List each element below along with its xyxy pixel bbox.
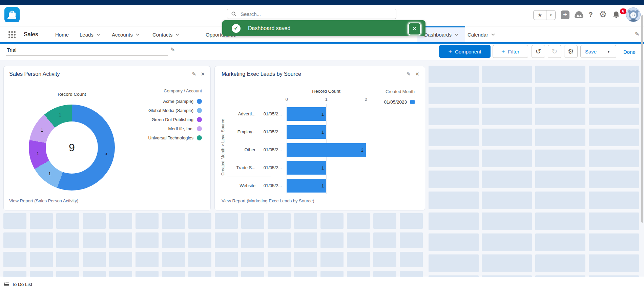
- grid-placeholder-cell: [188, 271, 211, 277]
- grid-placeholder-cell: [136, 252, 159, 267]
- category-source-label: Adverti...: [215, 111, 255, 116]
- legend-item[interactable]: MedLife, Inc.: [148, 124, 202, 133]
- search-input[interactable]: [240, 11, 396, 17]
- remove-widget-icon[interactable]: ✕: [415, 71, 419, 77]
- help-icon[interactable]: ?: [588, 10, 593, 19]
- undo-button[interactable]: ↺: [532, 45, 545, 58]
- tab-accounts[interactable]: Accounts: [112, 26, 140, 43]
- grid-placeholder-cell: [589, 254, 639, 272]
- widget-marketing-exec-leads-by-source[interactable]: Marketing Exec Leads by Source ✎ ✕ Recor…: [214, 66, 425, 210]
- grid-placeholder-cell: [482, 254, 532, 272]
- grid-placeholder-cell: [83, 232, 106, 248]
- global-actions-button[interactable]: +: [561, 10, 569, 19]
- donut-chart-title: Record Count: [38, 92, 106, 97]
- add-filter-button[interactable]: + Filter: [493, 45, 528, 58]
- grid-placeholder-cell: [3, 271, 26, 277]
- gridline: [366, 104, 366, 194]
- grid-placeholder-cell: [589, 192, 639, 209]
- grid-placeholder-cell: [30, 271, 53, 277]
- grid-placeholder-cell: [268, 271, 291, 277]
- grid-placeholder-cell: [320, 252, 344, 267]
- grid-placeholder-cell: [429, 129, 479, 146]
- global-top-strip: [0, 0, 644, 5]
- grid-placeholder-cell: [241, 232, 264, 248]
- salesforce-logo[interactable]: [4, 7, 20, 22]
- legend-item[interactable]: Acme (Sample): [148, 97, 202, 106]
- bar[interactable]: 2: [287, 143, 366, 157]
- category-month-label: 01/05/2...: [260, 183, 282, 188]
- grid-placeholder-cell: [429, 254, 479, 272]
- remove-widget-icon[interactable]: ✕: [201, 71, 205, 77]
- toast-close-button[interactable]: ✕: [408, 23, 421, 35]
- chevron-down-icon[interactable]: ▼: [546, 10, 555, 20]
- todo-list-button[interactable]: To Do List: [3, 277, 32, 291]
- chevron-down-icon: [97, 33, 100, 36]
- user-avatar[interactable]: [626, 7, 641, 22]
- grid-placeholder-cell: [241, 252, 264, 267]
- bar[interactable]: 1: [287, 179, 326, 193]
- dashboard-title-input[interactable]: Trial: [7, 47, 17, 53]
- grid-placeholder-cell: [373, 271, 396, 277]
- done-button[interactable]: Done: [623, 44, 636, 60]
- grid-placeholder-cell: [56, 232, 79, 248]
- grid-placeholder-cell: [268, 252, 291, 267]
- nav-edit-pencil-icon[interactable]: ✎: [635, 31, 639, 37]
- plus-icon: +: [563, 11, 567, 18]
- grid-placeholder-cell: [400, 271, 423, 277]
- bar-legend: Created Month 01/05/2023: [384, 89, 415, 107]
- row-separator: [227, 159, 271, 159]
- app-name[interactable]: Sales: [24, 26, 38, 43]
- legend-item[interactable]: Universal Technologies: [148, 133, 202, 142]
- edit-widget-pencil-icon[interactable]: ✎: [406, 71, 411, 77]
- grid-placeholder-cell: [429, 192, 479, 209]
- view-report-link[interactable]: View Report (Sales Person Activity): [9, 198, 78, 203]
- category-month-label: 01/05/2...: [260, 129, 282, 134]
- grid-placeholder-cell: [347, 252, 370, 267]
- bar[interactable]: 1: [287, 107, 326, 121]
- donut-legend: Company / Account Acme (Sample)Global Me…: [148, 88, 202, 142]
- legend-item[interactable]: Global Media (Sample): [148, 106, 202, 115]
- grid-placeholder-cell: [162, 232, 185, 248]
- edit-widget-pencil-icon[interactable]: ✎: [192, 71, 196, 77]
- tab-contacts[interactable]: Contacts: [152, 26, 179, 43]
- setup-gear-icon[interactable]: ⚙: [599, 9, 607, 20]
- legend-item[interactable]: 01/05/2023: [384, 97, 415, 107]
- grid-placeholder-cell: [30, 232, 53, 248]
- bar[interactable]: 1: [287, 125, 326, 139]
- grid-placeholder-cell: [136, 271, 159, 277]
- save-menu-button[interactable]: ▼: [601, 45, 616, 58]
- trailhead-icon[interactable]: [574, 10, 584, 22]
- legend-item[interactable]: Green Dot Publishing: [148, 115, 202, 124]
- grid-placeholder-cell: [294, 232, 317, 248]
- grid-placeholder-cell: [56, 271, 79, 277]
- dashboard-properties-button[interactable]: ⚙: [564, 45, 578, 58]
- tab-label: Accounts: [112, 32, 133, 38]
- widget-sales-person-activity[interactable]: Sales Person Activity ✎ ✕ Record Count C…: [3, 66, 211, 210]
- grid-placeholder-cell: [535, 66, 585, 83]
- briefcase-cloud-icon: [7, 10, 18, 20]
- tab-home[interactable]: Home: [55, 26, 69, 43]
- grid-placeholder-cell: [589, 87, 639, 104]
- tab-label: Dashboards: [424, 32, 452, 38]
- star-icon[interactable]: ★: [534, 10, 546, 20]
- tab-leads[interactable]: Leads: [80, 26, 100, 43]
- save-button[interactable]: Save: [581, 45, 601, 58]
- edit-title-pencil-icon[interactable]: ✎: [170, 46, 175, 53]
- add-component-button[interactable]: + Component: [439, 45, 491, 58]
- grid-placeholder-cell: [535, 254, 585, 272]
- grid-placeholder-cell: [109, 232, 132, 248]
- grid-placeholder-cell: [482, 108, 532, 125]
- bar[interactable]: 1: [287, 161, 326, 175]
- global-search[interactable]: [227, 9, 396, 19]
- view-report-link[interactable]: View Report (Marketing Exec Leads by Sou…: [222, 198, 314, 203]
- vertical-scrollbar[interactable]: [641, 15, 643, 223]
- favorites-button[interactable]: ★ ▼: [533, 10, 556, 20]
- grid-placeholder-cell: [268, 232, 291, 248]
- grid-placeholder-cell: [3, 232, 26, 248]
- redo-button[interactable]: ↻: [548, 45, 561, 58]
- app-launcher-waffle-icon[interactable]: [8, 31, 16, 38]
- legend-item-label: Acme (Sample): [163, 99, 193, 104]
- tab-calendar[interactable]: Calendar: [468, 26, 495, 43]
- legend-color-square: [410, 100, 415, 104]
- legend-color-dot: [197, 117, 202, 122]
